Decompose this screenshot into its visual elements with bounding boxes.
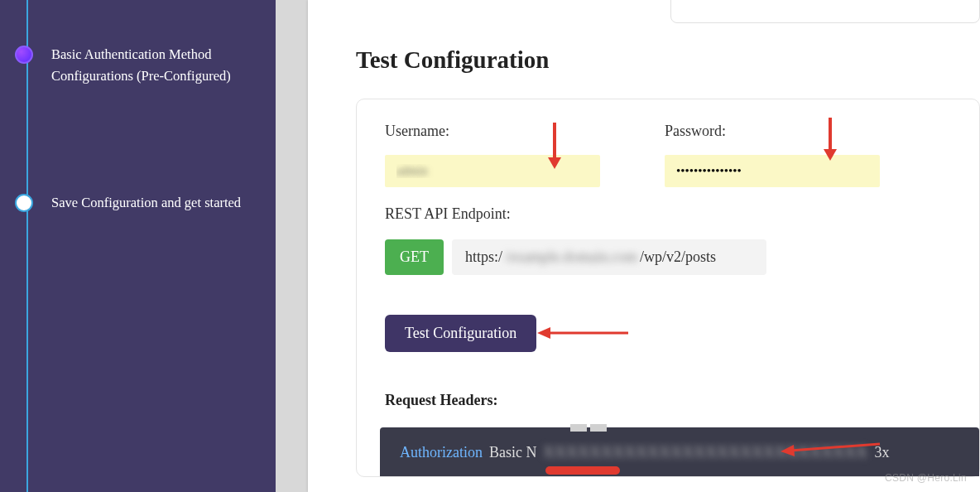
sidebar-step-save-config[interactable]: Save Configuration and get started [15, 194, 251, 214]
auth-header-key: Authorization [400, 444, 483, 461]
endpoint-input[interactable]: https:/ /example.domain.com /wp/v2/posts [452, 239, 766, 275]
svg-marker-5 [537, 327, 550, 339]
auth-header-prefix: Basic N [489, 444, 537, 461]
http-method-badge: GET [385, 239, 444, 275]
password-field-group: Password: [665, 123, 880, 187]
step-label: Basic Authentication Method Configuratio… [51, 44, 251, 86]
redaction-scribble-icon [545, 466, 620, 475]
annotation-arrow-icon [532, 325, 632, 341]
endpoint-row: GET https:/ /example.domain.com /wp/v2/p… [385, 239, 951, 275]
step-dot-icon [15, 194, 33, 212]
auth-header-suffix: 3x [874, 444, 889, 461]
main-content: Test Configuration Username: Password: [313, 0, 980, 492]
section-title: Test Configuration [356, 46, 980, 74]
test-configuration-button[interactable]: Test Configuration [385, 315, 536, 352]
password-input[interactable] [665, 155, 880, 187]
request-headers-box: Authorization Basic N XXXXXXXXXXXXXXXXXX… [380, 427, 979, 476]
endpoint-prefix: https:/ [465, 248, 502, 266]
previous-card-edge [670, 0, 980, 23]
request-headers-label: Request Headers: [385, 392, 951, 409]
username-field-group: Username: [385, 123, 600, 187]
panel-divider [276, 0, 313, 492]
watermark-text: CSDN @Hero.Lin [885, 472, 967, 484]
sidebar: Basic Authentication Method Configuratio… [0, 0, 276, 492]
password-label: Password: [665, 123, 880, 140]
redaction-blocks-icon [570, 424, 607, 432]
auth-header-hidden-token: XXXXXXXXXXXXXXXXXXXXXXXXXXXX [543, 444, 867, 461]
endpoint-hidden-host: /example.domain.com [505, 248, 637, 266]
step-label: Save Configuration and get started [51, 192, 241, 214]
endpoint-suffix: /wp/v2/posts [640, 248, 716, 266]
username-input[interactable] [385, 155, 600, 187]
sidebar-step-auth-config[interactable]: Basic Authentication Method Configuratio… [15, 46, 251, 86]
username-label: Username: [385, 123, 600, 140]
test-config-card: Username: Password: REST API Endpoint: G… [356, 99, 980, 477]
rest-endpoint-label: REST API Endpoint: [385, 205, 951, 223]
step-dot-active-icon [15, 46, 33, 64]
